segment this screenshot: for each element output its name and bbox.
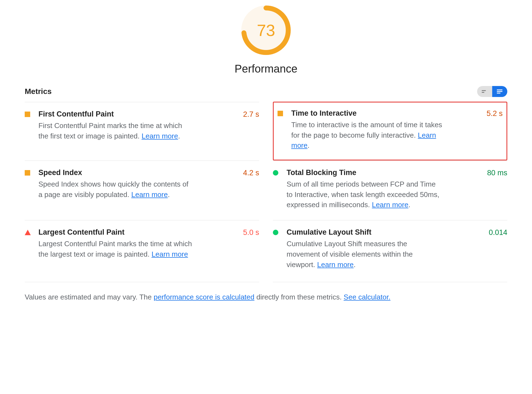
metric-description: Sum of all time periods between FCP and … [287, 179, 440, 210]
metric-body: Largest Contentful PaintLargest Contentf… [38, 228, 237, 259]
metric-title: First Contentful Paint [38, 110, 237, 121]
metric-row: Total Blocking TimeSum of all time perio… [273, 168, 507, 210]
metric-lcp: Largest Contentful PaintLargest Contentf… [25, 220, 259, 280]
metric-value: 5.0 s [237, 228, 259, 237]
status-indicator [278, 109, 291, 116]
metric-title: Time to Interactive [291, 109, 481, 120]
learn-more-link[interactable]: Learn more [142, 132, 178, 140]
metric-value: 2.7 s [237, 110, 259, 119]
metric-row: First Contentful PaintFirst Contentful P… [25, 110, 259, 141]
square-icon [278, 111, 283, 116]
metrics-header: Metrics [25, 86, 507, 102]
metric-row: Time to InteractiveTime to interactive i… [278, 109, 503, 151]
metric-body: Cumulative Layout ShiftCumulative Layout… [287, 228, 483, 270]
metric-value: 0.014 [483, 228, 507, 237]
metrics-heading: Metrics [25, 87, 52, 96]
period: . [408, 201, 410, 209]
status-indicator [273, 228, 287, 235]
performance-score-link[interactable]: performance score is calculated [154, 293, 254, 301]
square-icon [25, 112, 30, 117]
metric-body: Speed IndexSpeed Index shows how quickly… [38, 168, 237, 200]
square-icon [25, 170, 30, 176]
metric-title: Largest Contentful Paint [38, 228, 237, 239]
gauge-score-value: 73 [257, 21, 275, 40]
divider [273, 282, 507, 282]
period: . [168, 190, 170, 199]
svg-rect-2 [482, 90, 486, 91]
period: . [354, 260, 355, 269]
footnote: Values are estimated and may vary. The p… [25, 292, 507, 303]
status-indicator [273, 168, 287, 176]
triangle-icon [25, 230, 31, 235]
score-gauge: 73 [241, 5, 291, 55]
footnote-text-pre: Values are estimated and may vary. The [25, 293, 154, 301]
metrics-grid: First Contentful PaintFirst Contentful P… [25, 102, 507, 280]
circle-icon [273, 230, 278, 235]
svg-rect-3 [482, 92, 484, 93]
metric-description: Cumulative Layout Shift measures the mov… [287, 239, 440, 270]
status-indicator [25, 228, 38, 235]
view-toggle [477, 86, 507, 97]
toggle-expanded-button[interactable] [492, 86, 507, 97]
see-calculator-link[interactable]: See calculator. [344, 293, 391, 301]
circle-icon [273, 170, 278, 176]
toggle-compact-button[interactable] [477, 86, 492, 97]
metric-title: Cumulative Layout Shift [287, 228, 483, 239]
learn-more-link[interactable]: Learn more [131, 190, 168, 199]
metric-tbt: Total Blocking TimeSum of all time perio… [273, 160, 507, 220]
status-indicator [25, 168, 38, 176]
metric-value: 5.2 s [481, 109, 503, 118]
svg-rect-5 [497, 91, 502, 92]
metric-description: Largest Contentful Paint marks the time … [38, 239, 192, 259]
metric-description: Time to interactive is the amount of tim… [291, 120, 445, 151]
learn-more-link[interactable]: Learn more [372, 201, 408, 209]
divider [25, 282, 259, 282]
metric-value: 4.2 s [237, 168, 259, 177]
metric-title: Speed Index [38, 168, 237, 179]
metric-si: Speed IndexSpeed Index shows how quickly… [25, 160, 259, 220]
metric-row: Largest Contentful PaintLargest Contentf… [25, 228, 259, 259]
gauge-title: Performance [235, 63, 298, 75]
compact-view-icon [482, 89, 488, 94]
metric-row: Cumulative Layout ShiftCumulative Layout… [273, 228, 507, 270]
period: . [178, 132, 180, 140]
metric-title: Total Blocking Time [287, 168, 481, 179]
metric-row: Speed IndexSpeed Index shows how quickly… [25, 168, 259, 200]
metric-tti: Time to InteractiveTime to interactive i… [273, 102, 507, 160]
metric-description: First Contentful Paint marks the time at… [38, 121, 192, 141]
learn-more-link[interactable]: Learn more [152, 250, 188, 258]
metric-description: Speed Index shows how quickly the conten… [38, 179, 192, 200]
metric-body: First Contentful PaintFirst Contentful P… [38, 110, 237, 141]
period: . [307, 141, 309, 149]
svg-rect-4 [497, 90, 502, 90]
metric-cls: Cumulative Layout ShiftCumulative Layout… [273, 220, 507, 280]
metric-body: Time to InteractiveTime to interactive i… [291, 109, 481, 151]
score-gauge-section: 73 Performance [25, 5, 507, 75]
metric-value: 80 ms [481, 168, 507, 177]
learn-more-link[interactable]: Learn more [317, 260, 354, 269]
status-indicator [25, 110, 38, 117]
metric-desc-text: Sum of all time periods between FCP and … [287, 180, 439, 209]
footnote-text-mid: directly from these metrics. [254, 293, 344, 301]
metric-fcp: First Contentful PaintFirst Contentful P… [25, 102, 259, 160]
svg-rect-6 [497, 93, 500, 93]
expanded-view-icon [497, 89, 503, 94]
metric-body: Total Blocking TimeSum of all time perio… [287, 168, 481, 210]
